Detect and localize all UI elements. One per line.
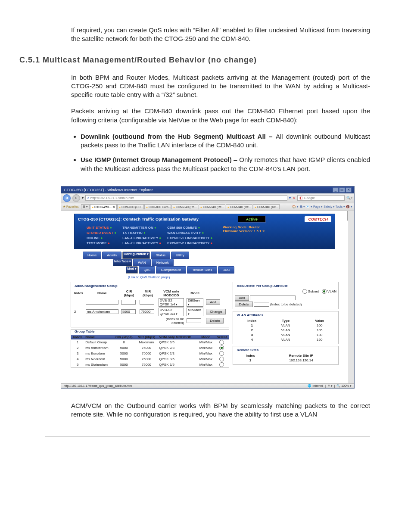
tab-home[interactable]: Home (83, 252, 101, 259)
tab-compression[interactable]: Compression (156, 266, 186, 274)
status-url: http://192.168.1.17/frame_qos_group_attr… (64, 384, 132, 388)
go-icon[interactable]: ▾ (289, 196, 291, 200)
group-table-title: Group Table (74, 330, 96, 333)
back-button[interactable]: ◄ (63, 194, 71, 202)
minimize-button[interactable]: _ (333, 187, 339, 193)
modcod-select[interactable]: DVB-S2 QPSK 1/4 (159, 298, 184, 307)
tab-network[interactable]: Network (152, 259, 174, 266)
qos-statistic-link[interactable]: (Link to QoS Statistic page) (128, 275, 348, 279)
tab-3[interactable]: CDM-840 (Re... (171, 204, 198, 209)
status-col-3: CDM-800 COMM'S WAN LINK/ACTIVITY EXPNET-… (167, 225, 212, 246)
group-table-box: Group Table Index Name CIR (kbps) MIR (k… (71, 329, 229, 368)
remote-sites-title: Remote Sites (236, 348, 259, 352)
status-zone: Internet (312, 384, 323, 387)
tab-configuration[interactable]: Configuration (122, 252, 150, 259)
tab-2[interactable]: CDD-800 Com... (144, 204, 171, 209)
tab-status[interactable]: Status (151, 252, 170, 259)
main-tabs: Home Admin Configuration Status Utility (83, 252, 335, 259)
sub-tabs: Interface WAN Network (113, 259, 335, 266)
ie-command-bar[interactable]: 🏠 ▾ 🖶 ▾ 📧 ▾ Page ▾ Safety ▾ Tools ▾ 🔞 ▾ (292, 205, 352, 208)
modcod-select-2[interactable]: DVB-S2 QPSK 2/3 (159, 308, 184, 316)
name-input[interactable] (86, 300, 118, 305)
attribute-box: Add/Delete Per Group Attribute Subnet VL… (233, 282, 339, 309)
table-row: 3ms Eurodam500075000QPSK 2/3Min/Max (71, 351, 229, 356)
tab-admin[interactable]: Admin (102, 252, 121, 259)
search-go-icon[interactable]: 🔍▾ (346, 196, 352, 200)
window-title: CTOG-250 (CTOG251) - Windows Internet Ex… (64, 188, 153, 192)
comtech-logo: COMTECH (305, 216, 331, 222)
delete-index-input[interactable] (187, 318, 201, 323)
status-col-2: TRANSMITTER ON TX TRAFFIC LAN-1 LINK/ACT… (122, 225, 161, 246)
scrollbar-thumb[interactable] (347, 211, 354, 221)
change-button[interactable]: Change (206, 309, 226, 314)
stop-icon[interactable]: ✕ (293, 196, 296, 200)
cir-input-2[interactable]: 5000 (121, 309, 136, 314)
tab-6[interactable]: CDM-840 (Re... (253, 204, 280, 209)
tab-5[interactable]: CDM-840 (Re... (226, 204, 252, 209)
table-row: 1192.168.120.14 (235, 358, 336, 363)
mode-select-2[interactable]: Min/Max (187, 308, 203, 316)
group-row-add: DVB-S2 QPSK 1/4 DiffServ Add (73, 298, 227, 307)
select-radio[interactable] (219, 351, 224, 356)
select-radio[interactable] (219, 345, 224, 350)
active-badge: Active (238, 216, 266, 223)
tab-0[interactable]: CTOG-250... ✕ (90, 204, 117, 210)
vlan-attributes-box: VLAN Attributes Index Type Value 1VLAN10… (233, 311, 339, 344)
tab-4[interactable]: CDM-840 (Re... (199, 204, 225, 209)
section-heading: C.5.1 Multicast Management/Routed Behavi… (19, 56, 370, 65)
paragraph-2: Packets arriving at the CDM-840 downlink… (71, 107, 370, 124)
app-banner: CTOG-250 (CTOG251): Comtech Traffic Opti… (74, 214, 335, 249)
table-row: 1Default Group0MaximumQPSK 3/5Min/Max (71, 339, 229, 345)
tab-wan[interactable]: WAN (133, 259, 150, 266)
cir-input[interactable] (121, 300, 136, 305)
mode-select[interactable]: DiffServ (187, 298, 203, 307)
maximize-button[interactable]: ▭ (339, 187, 345, 193)
attribute-title: Add/Delete Per Group Attribute (236, 284, 288, 288)
attr-add-button[interactable]: Add (235, 295, 249, 301)
tab-mod[interactable]: Mod (126, 266, 138, 274)
table-row: 4VLAN160 (235, 337, 336, 342)
address-input[interactable]: e http://192.168.1.17/main.htm (85, 195, 287, 201)
table-row: 2ms Amsterdam500075000QPSK 2/3Min/Max (71, 345, 229, 351)
bullet-1-lead: Downlink (outbound from the Hub Segment)… (81, 133, 276, 140)
attr-delete-button[interactable]: Delete (235, 302, 252, 307)
closing-paragraph: ACM/VCM on the Outbound carrier works wi… (71, 401, 370, 419)
forward-button[interactable]: ► (72, 194, 80, 202)
mir-input[interactable] (140, 300, 154, 305)
name-input-2[interactable]: ms Amsterdam (86, 309, 118, 314)
tab-utility[interactable]: Utility (171, 252, 189, 259)
add-button[interactable]: Add (206, 299, 220, 305)
vlan-radio[interactable] (322, 289, 327, 294)
tab-remote-sites[interactable]: Remote Sites (187, 266, 217, 274)
table-row: 2VLAN105 (235, 328, 336, 333)
window-titlebar: CTOG-250 (CTOG251) - Windows Internet Ex… (61, 187, 354, 193)
tab-grid-button[interactable]: ⊞ ▾ (81, 204, 90, 209)
vlan-attr-title: VLAN Attributes (236, 313, 264, 317)
select-radio[interactable] (219, 357, 224, 361)
group-row-delete: (Index to be deleted) Delete (73, 317, 227, 325)
select-radio[interactable] (219, 340, 224, 345)
table-row: 5ms Statendam500075000QPSK 3/5Min/Max (71, 362, 229, 367)
favorites-label[interactable]: ★ Favorites (63, 205, 79, 208)
ie-window: CTOG-250 (CTOG251) - Windows Internet Ex… (61, 186, 355, 389)
status-bar: http://192.168.1.17/frame_qos_group_attr… (61, 383, 354, 388)
zoom-level[interactable]: 100% (341, 384, 349, 387)
attr-delete-input[interactable] (254, 302, 269, 307)
close-button[interactable]: ✕ (346, 187, 352, 193)
subnet-radio[interactable] (302, 289, 307, 294)
delete-button[interactable]: Delete (206, 318, 224, 324)
select-radio[interactable] (219, 362, 224, 367)
mir-input-2[interactable]: 75000 (140, 309, 154, 314)
status-col-1: UNIT STATUS STORED EVENT ONLINE TEST MOD… (87, 225, 116, 246)
address-toolbar: ◄ ► ▾ e http://192.168.1.17/main.htm ▾ ✕… (61, 193, 354, 203)
tab-1[interactable]: CDM-800 (CD... (117, 204, 144, 209)
search-input[interactable]: ◧ Google (297, 195, 345, 201)
footer-rule (45, 436, 370, 436)
tab-buc[interactable]: BUC (218, 266, 235, 274)
remote-sites-box: Remote Sites Index Remote Site IP 1192.1… (233, 346, 339, 365)
tab-interface[interactable]: Interface (113, 259, 132, 266)
content-area: CTOG-250 (CTOG251): Comtech Traffic Opti… (61, 211, 354, 383)
group-row-change: 2 ms Amsterdam 5000 75000 DVB-S2 QPSK 2/… (73, 307, 227, 317)
attr-add-input[interactable] (250, 296, 296, 300)
tab-qos[interactable]: QoS (139, 266, 155, 274)
